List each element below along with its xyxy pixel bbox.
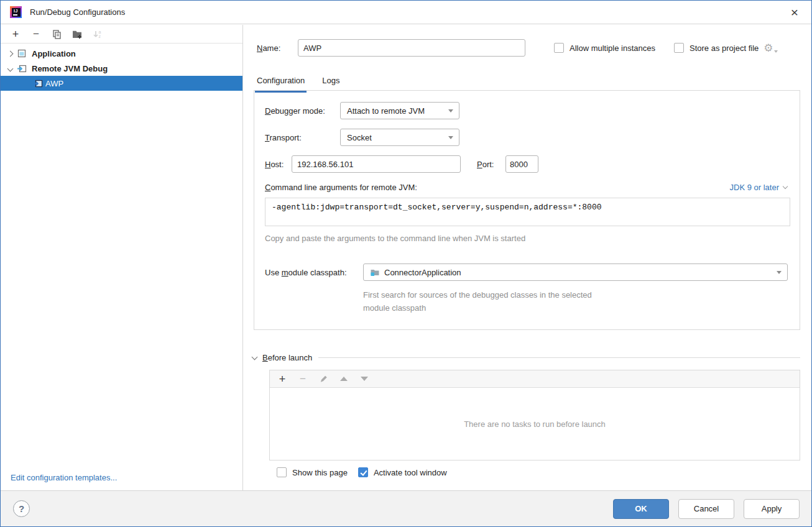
tree-item-label: AWP	[45, 79, 63, 88]
edit-configuration-templates-link[interactable]: Edit configuration templates...	[11, 473, 117, 482]
tasks-toolbar: + −	[270, 370, 800, 388]
remove-configuration-icon[interactable]: −	[31, 29, 41, 39]
dialog-footer: ? OK Cancel Apply	[1, 490, 811, 526]
configuration-form: Debugger mode: Attach to remote JVM Tran…	[254, 90, 800, 330]
dropdown-arrow-icon	[777, 271, 782, 274]
tree-item-label: Remote JVM Debug	[32, 64, 108, 73]
cmdline-label: Command line arguments for remote JVM:	[265, 183, 417, 192]
allow-multiple-instances-label[interactable]: Allow multiple instances	[570, 44, 655, 53]
configurations-sidebar: + −	[1, 25, 243, 490]
cmdline-arguments-field[interactable]: -agentlib:jdwp=transport=dt_socket,serve…	[265, 198, 790, 226]
move-task-down-icon[interactable]	[359, 374, 369, 384]
application-config-icon	[17, 48, 27, 58]
transport-select[interactable]: Socket	[340, 129, 459, 146]
edit-task-icon[interactable]	[318, 374, 328, 384]
store-options-gear-icon[interactable]: ⚙	[764, 43, 777, 53]
chevron-down-icon[interactable]	[3, 66, 17, 71]
svg-text:z: z	[99, 34, 101, 39]
sort-configurations-icon[interactable]: a z	[93, 29, 103, 39]
move-task-up-icon[interactable]	[339, 374, 349, 384]
add-task-icon[interactable]: +	[277, 374, 287, 384]
collapse-chevron-icon[interactable]	[252, 354, 258, 360]
port-input[interactable]	[505, 155, 538, 173]
remote-jvm-debug-icon	[17, 63, 27, 73]
dropdown-arrow-icon	[448, 136, 453, 139]
name-row: Name: Allow multiple instances Store as …	[257, 39, 798, 57]
tree-item-remote-jvm-debug[interactable]: Remote JVM Debug	[1, 61, 242, 76]
footer-buttons: OK Cancel Apply	[613, 499, 800, 519]
main-area: + −	[1, 25, 811, 490]
module-classpath-row: Use module classpath: ConnectorApplicati…	[265, 264, 788, 281]
intellij-logo-icon: IJ	[10, 6, 22, 18]
allow-multiple-instances-checkbox[interactable]	[554, 43, 564, 53]
run-debug-configurations-dialog: IJ Run/Debug Configurations × + −	[0, 0, 812, 527]
titlebar: IJ Run/Debug Configurations ×	[1, 1, 811, 24]
tab-configuration[interactable]: Configuration	[255, 71, 307, 93]
debugger-mode-select[interactable]: Attach to remote JVM	[340, 102, 459, 119]
module-classpath-label: Use module classpath:	[265, 268, 363, 277]
host-port-row: Host: Port:	[265, 155, 538, 173]
close-icon[interactable]: ×	[786, 4, 803, 21]
copy-configuration-icon[interactable]	[52, 29, 62, 39]
editor-tabs: Configuration Logs	[255, 71, 356, 93]
chevron-right-icon[interactable]	[3, 52, 17, 56]
remove-task-icon[interactable]: −	[298, 374, 308, 384]
cmdline-hint: Copy and paste the arguments to the comm…	[265, 234, 525, 243]
intellij-logo-letters: IJ	[14, 9, 18, 13]
apply-button[interactable]: Apply	[744, 499, 800, 519]
show-this-page-checkbox[interactable]	[277, 467, 287, 477]
cmdline-label-row: Command line arguments for remote JVM:	[265, 183, 417, 192]
before-launch-header: Before launch	[252, 353, 800, 362]
jdk-version-selector[interactable]: JDK 9 or later	[730, 183, 787, 192]
help-icon[interactable]: ?	[13, 500, 30, 517]
sidebar-toolbar: + −	[1, 25, 242, 44]
configuration-editor-panel: Name: Allow multiple instances Store as …	[243, 25, 811, 490]
module-folder-icon	[370, 267, 380, 277]
transport-row: Transport: Socket	[265, 129, 459, 146]
add-configuration-icon[interactable]: +	[11, 29, 21, 39]
dropdown-arrow-icon	[448, 109, 453, 112]
svg-text:a: a	[99, 30, 101, 34]
cancel-button[interactable]: Cancel	[678, 499, 734, 519]
store-as-project-file-checkbox[interactable]	[674, 43, 684, 53]
host-input[interactable]	[292, 155, 461, 173]
name-label: Name:	[257, 44, 298, 53]
chevron-down-icon	[783, 184, 788, 189]
window-title: Run/Debug Configurations	[30, 7, 125, 17]
port-label: Port:	[477, 160, 505, 169]
module-classpath-select[interactable]: ConnectorApplication	[363, 264, 788, 281]
before-launch-tasks: + − There are no tasks to run before lau…	[269, 370, 800, 461]
transport-label: Transport:	[265, 133, 340, 142]
ok-button[interactable]: OK	[613, 499, 669, 519]
show-this-page-label[interactable]: Show this page	[292, 468, 348, 477]
activate-tool-window-checkbox[interactable]	[358, 467, 368, 477]
module-classpath-hint: First search for sources of the debugged…	[363, 288, 592, 314]
host-label: Host:	[265, 160, 292, 169]
store-as-project-file-label[interactable]: Store as project file	[690, 44, 759, 53]
section-divider	[318, 357, 800, 358]
debugger-mode-row: Debugger mode: Attach to remote JVM	[265, 102, 459, 119]
remote-jvm-debug-icon	[33, 78, 43, 88]
tree-item-application[interactable]: Application	[1, 46, 242, 61]
debugger-mode-label: Debugger mode:	[265, 106, 340, 116]
no-tasks-message: There are no tasks to run before launch	[270, 388, 800, 460]
before-launch-title: Before launch	[262, 353, 312, 362]
page-options-row: Show this page Activate tool window	[277, 467, 447, 477]
new-folder-icon[interactable]	[72, 29, 82, 39]
configurations-tree: Application Remote JVM Debug	[1, 44, 242, 91]
tab-logs[interactable]: Logs	[320, 71, 341, 93]
name-input[interactable]	[298, 39, 525, 57]
tree-item-awp[interactable]: AWP	[1, 76, 242, 91]
tree-item-label: Application	[32, 49, 76, 58]
activate-tool-window-label[interactable]: Activate tool window	[374, 468, 447, 477]
